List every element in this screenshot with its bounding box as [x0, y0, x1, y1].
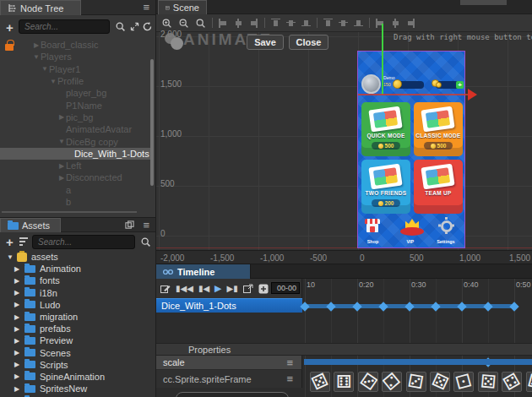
panel-menu-icon[interactable]: ≡ — [143, 2, 149, 13]
node-tree-item[interactable]: ▼Players — [0, 51, 150, 63]
node-tree-item[interactable]: Dice_With_1-Dots — [0, 148, 150, 160]
property-menu-icon[interactable]: ≡ — [286, 357, 293, 368]
node-tree-hscrollbar[interactable] — [2, 211, 137, 213]
asset-folder-item[interactable]: ▶SpritesNew — [0, 383, 156, 394]
game-mode-card[interactable]: CLASSIC MODE500 — [414, 102, 463, 156]
asset-folder-item[interactable]: ▶SpineAnimation — [0, 371, 156, 383]
expand-arrow-icon[interactable]: ▶ — [14, 385, 24, 393]
search-icon[interactable] — [140, 237, 151, 247]
add-event-icon[interactable] — [258, 284, 269, 294]
expand-arrow-icon[interactable]: ▼ — [49, 78, 57, 85]
expand-arrow-icon[interactable]: ▶ — [57, 162, 66, 170]
node-tree-item[interactable]: AnimatedAvatar — [0, 123, 150, 135]
node-tree-scrollbar[interactable] — [150, 59, 154, 186]
distribute-right-icon[interactable] — [354, 19, 363, 28]
distribute-center-icon[interactable] — [339, 19, 348, 28]
play-icon[interactable]: ▶ — [214, 284, 221, 293]
sprite-frame-thumbnail[interactable]: ⚅ — [334, 372, 354, 392]
expand-arrow-icon[interactable]: ▼ — [7, 253, 17, 261]
expand-arrow-icon[interactable]: ▶ — [57, 174, 66, 182]
distribute-left-icon[interactable] — [323, 19, 333, 28]
keyframe-diamond[interactable] — [509, 302, 518, 311]
sprite-frame-thumbnail[interactable]: ⚂ — [358, 372, 378, 392]
asset-folder-item[interactable]: ▶Ludo — [0, 299, 156, 311]
nav-label[interactable]: Shop — [367, 239, 379, 243]
nav-label[interactable]: VIP — [406, 239, 414, 243]
align-top-icon[interactable] — [271, 19, 280, 28]
distribute-middle-icon[interactable] — [391, 19, 400, 28]
timeline-partial-control[interactable] — [176, 392, 289, 397]
align-right-icon[interactable] — [249, 19, 258, 28]
node-tree-item[interactable]: ▶Left — [0, 160, 150, 171]
next-frame-icon[interactable]: ▶▮ — [227, 285, 238, 293]
zoom-out-icon[interactable] — [178, 18, 189, 29]
expand-arrow-icon[interactable]: ▶ — [14, 277, 24, 285]
keyframe-diamond[interactable] — [378, 302, 388, 311]
add-asset-button[interactable]: + — [6, 236, 14, 248]
edit-animation-icon[interactable] — [160, 284, 171, 294]
search-icon[interactable] — [115, 21, 126, 32]
expand-arrow-icon[interactable]: ▶ — [14, 373, 24, 380]
property-menu-icon[interactable]: ≡ — [286, 373, 293, 384]
locate-node-icon[interactable] — [129, 21, 140, 32]
asset-folder-item[interactable]: ▶Animation — [0, 263, 156, 275]
sprite-frame-thumbnail[interactable]: ⚃ — [502, 372, 522, 392]
node-tree-item[interactable]: ▶Board_classic — [0, 39, 150, 51]
sprite-frame-thumbnail[interactable]: ⚄ — [430, 372, 450, 392]
nav-label[interactable]: Settings — [437, 239, 454, 243]
sprite-frame-thumbnail[interactable]: ⚅ — [526, 372, 532, 392]
sprite-frame-thumbnail[interactable]: ⚄ — [310, 372, 330, 392]
node-search-input[interactable] — [19, 19, 110, 34]
zoom-in-icon[interactable] — [161, 18, 172, 29]
expand-arrow-icon[interactable]: ▼ — [57, 138, 66, 145]
node-tree-item[interactable]: b — [0, 196, 150, 208]
panel-menu-icon[interactable]: ≡ — [143, 220, 149, 231]
keyframe-diamond[interactable] — [352, 302, 361, 311]
node-tree-item[interactable]: ▶Disconnected — [0, 171, 150, 183]
sprite-frame-thumbnail[interactable]: ⚂ — [406, 372, 426, 392]
scale-property-track[interactable] — [304, 359, 532, 365]
node-tree-item[interactable]: ▼Player1 — [0, 63, 150, 75]
expand-arrow-icon[interactable]: ▼ — [32, 53, 41, 61]
game-mode-card[interactable]: TWO FRIENDS200 — [361, 160, 410, 214]
asset-folder-item[interactable]: ▶Scripts — [0, 359, 156, 371]
copy-layout-icon[interactable] — [125, 220, 134, 230]
align-bottom-icon[interactable] — [301, 19, 311, 28]
align-h-center-icon[interactable] — [286, 19, 296, 28]
game-mode-card[interactable]: QUICK MODE500 — [361, 102, 410, 156]
asset-folder-item[interactable]: ▶Preview — [0, 334, 156, 346]
node-tree-item[interactable]: P1Name — [0, 99, 150, 111]
open-external-icon[interactable] — [243, 284, 253, 294]
node-tree-tab[interactable]: Node Tree — [0, 0, 81, 15]
expand-arrow-icon[interactable]: ▶ — [14, 337, 24, 345]
gizmo-y-axis[interactable] — [382, 24, 383, 95]
scene-tab[interactable]: Scene — [158, 0, 207, 14]
timeline-track-selected[interactable]: Dice_With_1-Dots — [156, 298, 302, 313]
close-button[interactable]: Close — [289, 35, 328, 50]
asset-folder-item[interactable]: ▶Scenes — [0, 347, 156, 359]
asset-search-input[interactable] — [32, 235, 135, 249]
sprite-frame-thumbnail[interactable]: ⚄ — [478, 372, 498, 392]
expand-arrow-icon[interactable]: ▶ — [14, 349, 24, 356]
gizmo-x-arrow-icon[interactable] — [468, 89, 477, 101]
expand-arrow-icon[interactable]: ▶ — [14, 289, 24, 296]
node-tree-item[interactable]: player_bg — [0, 87, 150, 99]
distribute-top-icon[interactable] — [376, 19, 385, 28]
expand-arrow-icon[interactable]: ▶ — [14, 313, 24, 321]
timeline-tab[interactable]: Timeline — [156, 264, 251, 279]
asset-folder-item[interactable]: ▶prefabs — [0, 323, 156, 334]
expand-arrow-icon[interactable]: ▶ — [57, 113, 66, 121]
keyframe-diamond[interactable] — [483, 302, 492, 311]
add-node-button[interactable]: + — [6, 21, 14, 34]
align-left-icon[interactable] — [219, 19, 228, 28]
align-v-center-icon[interactable] — [234, 19, 243, 28]
time-display[interactable]: 00-00 — [271, 282, 300, 294]
refresh-icon[interactable] — [142, 21, 153, 32]
asset-folder-item[interactable]: ▶migration — [0, 311, 156, 323]
asset-folder-item[interactable]: ▶fonts — [0, 275, 156, 286]
assets-root-item[interactable]: ▼assets — [0, 251, 156, 263]
keyframe-diamond[interactable] — [326, 302, 335, 311]
sprite-frame-thumbnail[interactable]: ⚀ — [453, 372, 474, 392]
node-tree-item[interactable]: ▶pic_bg — [0, 111, 150, 123]
property-row-spriteframe[interactable]: cc.Sprite.spriteFrame ≡ — [156, 370, 302, 388]
